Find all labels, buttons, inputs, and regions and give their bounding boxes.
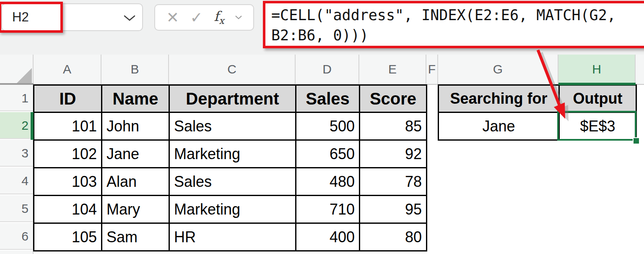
cell-A1[interactable]: ID [34,85,102,113]
cell-A6[interactable]: 105 [34,223,102,251]
column-header-i-sliver[interactable] [636,55,644,84]
name-box-chevron-down-icon[interactable] [124,15,135,22]
cell-D6[interactable]: 400 [296,223,360,251]
cell-C3[interactable]: Marketing [169,140,296,168]
cell-E5[interactable]: 95 [360,196,427,223]
cell-C6[interactable]: HR [169,223,296,251]
column-header-d[interactable]: D [296,55,359,84]
row-header-7-sliver[interactable] [0,251,33,254]
selected-column-underline [558,83,636,85]
formula-bar-strip: H2 ✕ ✓ fx =CELL("address", INDEX(E2:E6, … [0,0,644,55]
column-header-a[interactable]: A [34,55,101,84]
column-header-c[interactable]: C [169,55,296,84]
cell-E3[interactable]: 92 [360,140,427,168]
name-box-red-highlight [0,2,63,33]
insert-function-icon[interactable]: fx [214,8,224,26]
column-header-b[interactable]: B [101,55,169,84]
column-header-f[interactable]: F [426,55,438,84]
cell-G1[interactable]: Searching for [439,85,559,113]
cell-A4[interactable]: 103 [34,168,102,196]
cell-C4[interactable]: Sales [169,168,296,196]
active-cell-border [557,111,636,141]
fill-handle[interactable] [633,137,640,144]
cell-A5[interactable]: 104 [34,196,102,223]
cell-D1[interactable]: Sales [296,85,360,113]
row-header-1[interactable]: 1 [0,85,33,111]
row-header-4[interactable]: 4 [0,168,33,194]
formula-buttons-group: ✕ ✓ fx [154,4,254,31]
cell-B2[interactable]: John [102,113,169,140]
cell-B6[interactable]: Sam [102,223,169,251]
row-header-5[interactable]: 5 [0,195,33,222]
column-header-e[interactable]: E [359,55,426,84]
cell-B3[interactable]: Jane [102,140,169,168]
row-header-6[interactable]: 6 [0,223,33,250]
formula-line-1: =CELL("address", INDEX(E2:E6, MATCH(G2, [271,5,644,25]
fx-f: f [214,8,219,24]
fx-x: x [219,16,224,26]
cell-E2[interactable]: 85 [360,113,427,140]
excel-window: H2 ✕ ✓ fx =CELL("address", INDEX(E2:E6, … [0,0,644,254]
column-header-g[interactable]: G [438,55,558,84]
select-all-triangle-icon [17,68,32,83]
cell-D5[interactable]: 710 [296,196,360,223]
cell-D4[interactable]: 480 [296,168,360,196]
row-header-2-selected[interactable]: 2 [0,112,33,139]
cell-D2[interactable]: 500 [296,113,360,140]
formula-line-2: B2:B6, 0))) [271,25,644,45]
formula-input[interactable]: =CELL("address", INDEX(E2:E6, MATCH(G2, … [263,1,644,48]
cell-D3[interactable]: 650 [296,140,360,168]
cell-C5[interactable]: Marketing [169,196,296,223]
cell-B4[interactable]: Alan [102,168,169,196]
cell-E1[interactable]: Score [360,85,427,113]
cell-H1[interactable]: Output [559,85,636,113]
cell-B5[interactable]: Mary [102,196,169,223]
cancel-icon[interactable]: ✕ [166,9,179,26]
column-header-h-selected[interactable]: H [558,55,636,84]
enter-icon[interactable]: ✓ [190,9,203,26]
cell-G2[interactable]: Jane [439,113,559,140]
cell-A2[interactable]: 101 [34,113,102,140]
selected-row-bar [31,112,34,140]
cell-C1[interactable]: Department [169,85,296,113]
fx-chevron-down-icon[interactable] [235,16,242,20]
cell-A3[interactable]: 102 [34,140,102,168]
cell-E6[interactable]: 80 [360,223,427,251]
data-table: ID Name Department Sales Score 101 John … [33,84,427,251]
cell-C2[interactable]: Sales [169,113,296,140]
cell-B1[interactable]: Name [102,85,169,113]
cell-E4[interactable]: 78 [360,168,427,196]
row-header-3[interactable]: 3 [0,140,33,167]
